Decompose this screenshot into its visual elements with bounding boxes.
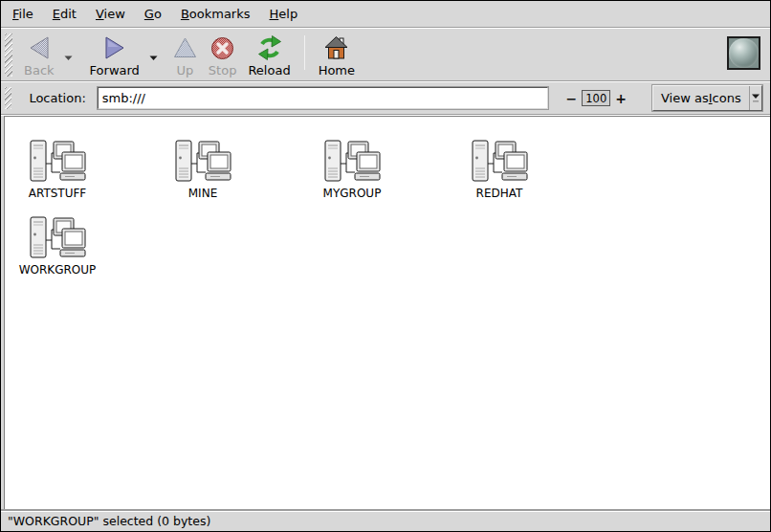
network-share-icon: [28, 214, 87, 262]
share-label: REDHAT: [447, 187, 552, 200]
stop-button[interactable]: Stop: [203, 32, 243, 78]
zoom-out-button[interactable]: −: [562, 91, 583, 106]
icon-view[interactable]: ARTSTUFF MINE MYGROUP REDHAT WORKGROUP: [4, 116, 770, 509]
view-as-chevron-icon: [749, 86, 761, 110]
menu-help[interactable]: Help: [260, 3, 308, 25]
zoom-level-indicator[interactable]: 100: [582, 90, 610, 106]
home-label: Home: [319, 63, 355, 78]
share-item-redhat[interactable]: REDHAT: [447, 138, 552, 200]
up-label: Up: [176, 63, 193, 78]
view-as-dropdown[interactable]: View as Icons: [652, 85, 762, 111]
menu-file[interactable]: File: [3, 3, 43, 25]
throbber: [727, 36, 760, 70]
view-as-label: View as Icons: [653, 86, 749, 110]
toolbar-separator: [304, 35, 305, 70]
stop-label: Stop: [209, 63, 237, 78]
status-text: "WORKGROUP" selected (0 bytes): [8, 514, 210, 528]
menu-edit[interactable]: Edit: [43, 3, 86, 25]
home-icon: [323, 33, 349, 62]
location-bar: Location: − 100 + View as Icons: [1, 82, 770, 114]
location-input[interactable]: [98, 87, 548, 109]
forward-label: Forward: [90, 63, 140, 78]
network-share-icon: [470, 138, 529, 186]
location-bar-grip[interactable]: [5, 87, 11, 109]
up-button[interactable]: Up: [167, 32, 203, 78]
share-item-workgroup[interactable]: WORKGROUP: [5, 214, 110, 277]
reload-button[interactable]: Reload: [242, 32, 296, 78]
menu-view[interactable]: View: [86, 3, 135, 25]
share-label: MYGROUP: [299, 187, 405, 200]
toolbar: Back Forward Up: [1, 29, 770, 80]
zoom-in-button[interactable]: +: [610, 91, 631, 106]
forward-history-chevron-icon[interactable]: [145, 47, 162, 65]
network-share-icon: [28, 138, 87, 186]
status-bar: "WORKGROUP" selected (0 bytes): [1, 509, 770, 531]
reload-icon: [256, 33, 283, 62]
reload-label: Reload: [248, 63, 290, 78]
toolbar-grip[interactable]: [5, 33, 12, 77]
menu-bookmarks[interactable]: Bookmarks: [171, 3, 260, 25]
forward-button[interactable]: Forward: [84, 32, 145, 78]
back-history-chevron-icon[interactable]: [60, 47, 77, 65]
share-item-artstuff[interactable]: ARTSTUFF: [5, 138, 110, 200]
zoom-controls: − 100 +: [562, 90, 631, 106]
share-item-mygroup[interactable]: MYGROUP: [299, 138, 405, 200]
up-icon: [173, 33, 197, 62]
share-label: WORKGROUP: [5, 263, 110, 277]
back-label: Back: [24, 63, 55, 78]
back-button[interactable]: Back: [18, 32, 60, 78]
network-share-icon: [322, 138, 382, 186]
network-share-icon: [173, 138, 232, 186]
file-manager-window: File Edit View Go Bookmarks Help Back Fo…: [0, 0, 771, 532]
menu-go[interactable]: Go: [135, 3, 171, 25]
share-item-mine[interactable]: MINE: [150, 138, 255, 200]
home-button[interactable]: Home: [313, 32, 361, 78]
menu-bar: File Edit View Go Bookmarks Help: [1, 1, 770, 27]
share-label: ARTSTUFF: [5, 187, 110, 200]
location-label: Location:: [29, 91, 85, 105]
throbber-sphere-icon: [729, 38, 759, 68]
stop-icon: [210, 33, 234, 62]
share-label: MINE: [150, 187, 255, 200]
forward-icon: [102, 33, 127, 62]
back-icon: [27, 33, 52, 62]
